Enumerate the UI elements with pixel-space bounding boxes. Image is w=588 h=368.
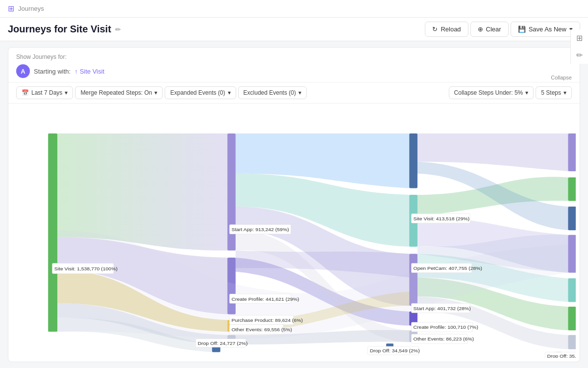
node-col4-5[interactable] [568, 278, 576, 302]
save-label: Save As New [529, 26, 566, 33]
chevron-down-icon: ▾ [298, 89, 301, 96]
header: Journeys for Site Visit ✏ ↻ Reload ⊕ Cle… [0, 18, 588, 41]
chevron-down-icon: ▾ [65, 89, 68, 96]
node-col4-2[interactable] [568, 177, 576, 201]
site-visit-link[interactable]: ↑ Site Visit [74, 68, 104, 75]
starting-with: A Starting with: ↑ Site Visit [16, 64, 572, 78]
label-col2-purchase-product: Purchase Product: 89,624 (6%) [231, 317, 303, 323]
top-nav: ⊞ Journeys [0, 0, 588, 18]
edit-side-icon[interactable]: ✏ [576, 51, 583, 60]
label-col2-start-app: Start App: 913,242 (59%) [231, 227, 289, 232]
label-col3-open-petcam: Open PetCam: 407,755 (28%) [414, 265, 482, 271]
app-container: ⊞ Journeys Journeys for Site Visit ✏ ↻ R… [0, 0, 588, 368]
reload-icon: ↻ [432, 26, 438, 33]
chart-area: Site Visit: 1,538,770 (100%) Start App: … [8, 104, 580, 362]
chevron-down-icon: ▾ [228, 89, 231, 96]
date-label: Last 7 Days [31, 89, 62, 96]
reload-button[interactable]: ↻ Reload [425, 22, 468, 37]
steps-filter[interactable]: 5 Steps ▾ [536, 86, 572, 99]
expanded-label: Expanded Events (0) [170, 89, 225, 96]
site-visit-text: Site Visit [80, 68, 104, 75]
date-filter[interactable]: 📅 Last 7 Days ▾ [16, 86, 73, 99]
filter-bar: Collapse 📅 Last 7 Days ▾ Merge Repeated … [8, 82, 580, 104]
chevron-down-icon: ▾ [154, 89, 157, 96]
header-left: Journeys for Site Visit ✏ [8, 24, 121, 35]
excluded-events-filter[interactable]: Excluded Events (0) ▾ [238, 86, 307, 99]
chevron-down-icon: ▾ [564, 89, 566, 96]
starting-label: Starting with: [34, 68, 71, 75]
show-journeys-label: Show Journeys for: [16, 53, 572, 60]
node-col4-1[interactable] [568, 133, 576, 171]
page-title: Journeys for Site Visit [8, 24, 111, 35]
nav-breadcrumb: Journeys [18, 5, 44, 12]
label-col3-site-visit: Site Visit: 413,518 (29%) [414, 216, 470, 221]
chevron-down-icon: ▾ [525, 89, 528, 96]
journey-header: Show Journeys for: A Starting with: ↑ Si… [8, 48, 580, 82]
filter-right: Collapse Steps Under: 5% ▾ 5 Steps ▾ [449, 86, 572, 99]
label-col3-start-app: Start App: 401,732 (28%) [414, 306, 471, 311]
save-as-button[interactable]: 💾 Save As New ▾ [511, 22, 580, 37]
node-col4-7[interactable] [568, 335, 576, 349]
journeys-icon: ⊞ [8, 4, 14, 13]
clear-label: Clear [486, 26, 501, 33]
journey-panel: Show Journeys for: A Starting with: ↑ Si… [8, 47, 580, 362]
merge-label: Merge Repeated Steps: On [80, 89, 152, 96]
label-col3-drop-off: Drop Off: 34,549 (2%) [370, 348, 420, 354]
save-icon: 💾 [518, 26, 526, 33]
grid-icon[interactable]: ⊞ [576, 33, 583, 43]
collapse-label: Collapse [551, 75, 572, 80]
label-col2-create-profile: Create Profile: 441,621 (29%) [231, 296, 299, 302]
node-col4-6[interactable] [568, 307, 576, 330]
label-col2-drop-off: Drop Off: 24,727 (2%) [197, 341, 247, 346]
excluded-label: Excluded Events (0) [244, 89, 296, 96]
node-col4-3[interactable] [568, 207, 576, 230]
label-col2-other-events: Other Events: 69,556 (5%) [231, 327, 292, 332]
merge-filter[interactable]: Merge Repeated Steps: On ▾ [75, 86, 163, 99]
node-col3-site-visit[interactable] [409, 133, 417, 188]
collapse-steps-label: Collapse Steps Under: 5% [454, 89, 523, 96]
reload-label: Reload [441, 26, 461, 33]
steps-label: 5 Steps [541, 89, 561, 96]
clear-icon: ⊕ [478, 26, 483, 33]
main-content: Show Journeys for: A Starting with: ↑ Si… [0, 41, 588, 368]
node-col1-site-visit[interactable] [48, 133, 57, 332]
collapse-steps-filter[interactable]: Collapse Steps Under: 5% ▾ [449, 86, 534, 99]
label-col4-drop-off: Drop Off: 35,4... [547, 353, 576, 358]
label-col3-other-events: Other Events: 86,223 (6%) [414, 337, 474, 342]
node-col4-4[interactable] [568, 235, 576, 273]
arrow-up-icon: ↑ [74, 68, 78, 75]
edit-icon[interactable]: ✏ [115, 26, 121, 33]
avatar: A [16, 64, 30, 78]
label-col1-site-visit: Site Visit: 1,538,770 (100%) [54, 266, 118, 271]
expanded-events-filter[interactable]: Expanded Events (0) ▾ [165, 86, 236, 99]
label-col3-create-profile: Create Profile: 100,710 (7%) [414, 325, 478, 330]
calendar-icon: 📅 [22, 89, 29, 96]
side-panel: ⊞ ✏ [570, 29, 588, 64]
header-right: ↻ Reload ⊕ Clear 💾 Save As New ▾ [425, 22, 580, 37]
clear-button[interactable]: ⊕ Clear [470, 22, 509, 37]
sankey-chart: Site Visit: 1,538,770 (100%) Start App: … [12, 107, 576, 358]
